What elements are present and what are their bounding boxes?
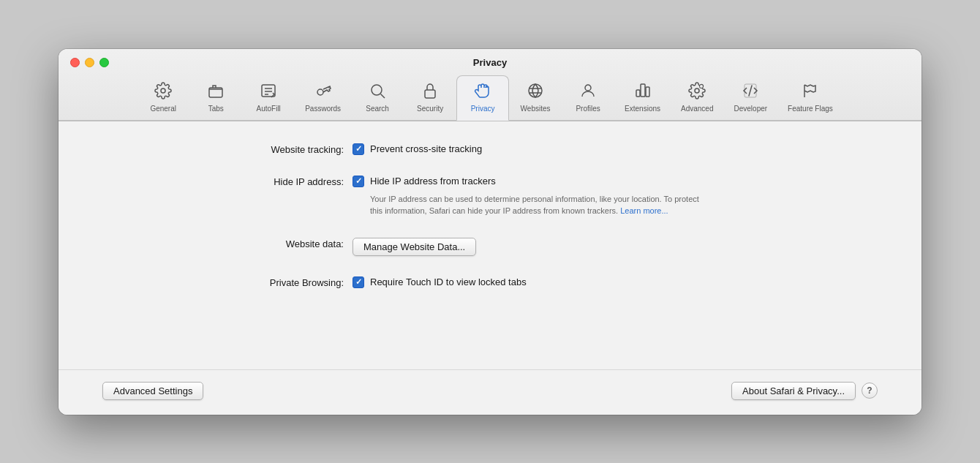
tab-feature-flags[interactable]: Feature Flags [777, 76, 843, 120]
gear-icon [154, 82, 172, 102]
tab-autofill-label: AutoFill [257, 105, 281, 113]
private-browsing-control: Require Touch ID to view locked tabs [353, 276, 527, 288]
private-browsing-checkbox[interactable] [353, 276, 364, 288]
svg-line-8 [381, 94, 385, 98]
private-browsing-checkbox-row: Require Touch ID to view locked tabs [353, 276, 527, 288]
window-title: Privacy [70, 57, 910, 68]
svg-rect-16 [646, 87, 649, 97]
hide-ip-checkbox[interactable] [353, 176, 364, 187]
footer: Advanced Settings About Safari & Privacy… [59, 369, 921, 415]
svg-point-7 [372, 85, 382, 95]
search-icon [369, 82, 386, 102]
advanced-settings-button[interactable]: Advanced Settings [102, 382, 203, 400]
tab-general-label: General [150, 105, 176, 113]
tab-passwords-label: Passwords [305, 105, 341, 113]
tab-tabs[interactable]: Tabs [189, 76, 242, 120]
tab-search-label: Search [366, 105, 389, 113]
svg-point-6 [317, 89, 323, 95]
hide-ip-control: Hide IP address from trackers Your IP ad… [353, 176, 706, 217]
svg-point-13 [585, 85, 591, 91]
tab-developer-label: Developer [734, 105, 768, 113]
title-bar: Privacy General [59, 49, 921, 121]
developer-icon [742, 82, 759, 102]
website-tracking-label: Website tracking: [197, 143, 344, 155]
hide-ip-label: Hide IP address: [197, 176, 344, 187]
help-button[interactable]: ? [862, 383, 878, 399]
tab-profiles[interactable]: Profiles [562, 76, 614, 120]
tab-websites[interactable]: Websites [509, 76, 562, 120]
tab-feature-flags-label: Feature Flags [788, 105, 833, 113]
tab-passwords[interactable]: Passwords [295, 76, 351, 120]
extension-icon [634, 82, 652, 102]
private-browsing-label: Private Browsing: [197, 276, 344, 288]
svg-rect-14 [636, 90, 640, 97]
settings-grid: Website tracking: Prevent cross-site tra… [197, 143, 783, 288]
about-safari-privacy-button[interactable]: About Safari & Privacy... [731, 382, 856, 400]
website-tracking-checkbox-label: Prevent cross-site tracking [370, 143, 482, 154]
tab-profiles-label: Profiles [576, 105, 600, 113]
person-icon [579, 82, 597, 102]
toolbar: General Tabs [70, 75, 910, 120]
autofill-icon [260, 82, 277, 102]
tab-general[interactable]: General [137, 76, 189, 120]
tab-advanced-label: Advanced [681, 105, 713, 113]
tab-developer[interactable]: Developer [724, 76, 778, 120]
tab-advanced[interactable]: Advanced [671, 76, 723, 120]
website-tracking-row: Website tracking: Prevent cross-site tra… [197, 143, 783, 155]
globe-icon [527, 82, 544, 102]
tab-security-label: Security [417, 105, 443, 113]
tabs-icon [207, 82, 225, 102]
hide-ip-description: Your IP address can be used to determine… [370, 193, 706, 217]
hide-ip-checkbox-label: Hide IP address from trackers [370, 176, 496, 187]
hand-icon [474, 82, 491, 102]
footer-right: About Safari & Privacy... ? [731, 382, 878, 400]
manage-website-data-button[interactable]: Manage Website Data... [353, 238, 476, 256]
website-tracking-checkbox-row: Prevent cross-site tracking [353, 143, 482, 155]
key-icon [314, 82, 332, 102]
website-tracking-control: Prevent cross-site tracking [353, 143, 482, 155]
tab-extensions-label: Extensions [625, 105, 660, 113]
svg-point-10 [529, 84, 542, 97]
svg-rect-15 [641, 84, 645, 97]
svg-point-19 [700, 85, 703, 88]
svg-rect-9 [425, 90, 435, 98]
main-window: Privacy General [59, 49, 921, 415]
hide-ip-checkbox-row: Hide IP address from trackers [353, 176, 706, 187]
private-browsing-row: Private Browsing: Require Touch ID to vi… [197, 276, 783, 288]
tab-security[interactable]: Security [404, 76, 456, 120]
svg-point-0 [161, 89, 165, 93]
tab-tabs-label: Tabs [208, 105, 224, 113]
tab-search[interactable]: Search [351, 76, 404, 120]
tab-autofill[interactable]: AutoFill [242, 76, 295, 120]
content-area: Website tracking: Prevent cross-site tra… [59, 121, 921, 369]
lock-icon [421, 82, 439, 102]
private-browsing-checkbox-label: Require Touch ID to view locked tabs [370, 276, 527, 287]
website-data-row: Website data: Manage Website Data... [197, 238, 783, 256]
flag-icon [802, 82, 819, 102]
gear-advanced-icon [688, 82, 706, 102]
svg-point-17 [695, 89, 699, 93]
tab-privacy-label: Privacy [471, 105, 495, 113]
learn-more-link[interactable]: Learn more... [620, 206, 668, 215]
website-data-control: Manage Website Data... [353, 238, 476, 256]
tab-extensions[interactable]: Extensions [614, 76, 671, 120]
tab-websites-label: Websites [521, 105, 551, 113]
website-tracking-checkbox[interactable] [353, 143, 364, 155]
tab-privacy[interactable]: Privacy [456, 75, 509, 121]
hide-ip-row: Hide IP address: Hide IP address from tr… [197, 176, 783, 217]
website-data-label: Website data: [197, 238, 344, 249]
